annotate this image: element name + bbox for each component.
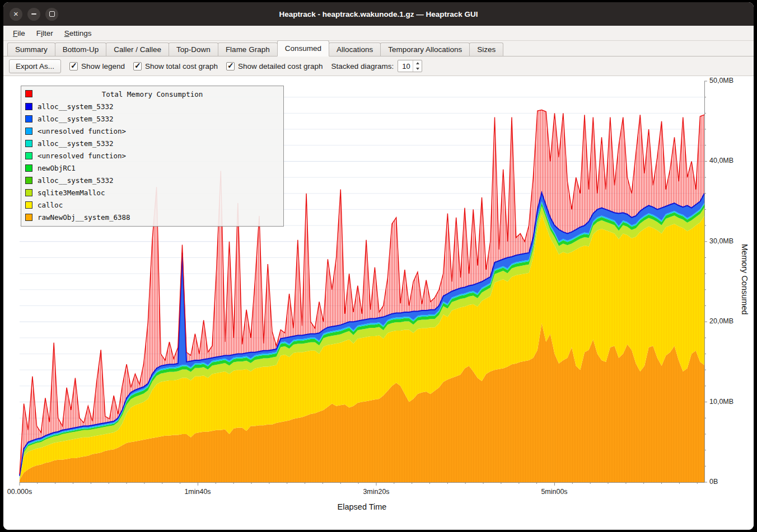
y-tick-label: 50,0MB — [709, 77, 733, 84]
checkbox-label: Show legend — [81, 62, 125, 70]
app-window: × Heaptrack - heaptrack.wakunode.1.gz — … — [3, 2, 754, 530]
show-detailed-cost-graph-checkbox[interactable]: Show detailed cost graph — [226, 62, 323, 70]
close-button[interactable]: × — [10, 8, 22, 21]
menu-settings[interactable]: Settings — [59, 27, 97, 39]
menu-filter[interactable]: Filter — [31, 27, 58, 39]
legend-item-label: <unresolved function> — [38, 152, 126, 160]
tab-bar: Summary Bottom-Up Caller / Callee Top-Do… — [3, 41, 754, 57]
spin-down-button[interactable] — [413, 66, 422, 72]
x-tick-label: 00.000s — [7, 488, 32, 496]
legend-item-label: alloc__system_5332 — [38, 115, 113, 123]
legend-swatch — [25, 140, 32, 147]
export-as-button[interactable]: Export As... — [9, 59, 61, 73]
legend-item: alloc__system_5332 — [21, 137, 283, 149]
legend-swatch — [25, 128, 32, 135]
y-axis-label: Memory Consumed — [740, 244, 749, 315]
y-tick-label: 10,0MB — [709, 398, 733, 406]
legend-item: <unresolved function> — [21, 149, 283, 162]
menu-file[interactable]: File — [8, 27, 30, 39]
tab-bottom-up[interactable]: Bottom-Up — [55, 43, 107, 56]
legend-item: alloc__system_5332 — [21, 100, 283, 112]
tab-caller-callee[interactable]: Caller / Callee — [106, 43, 169, 56]
tab-sizes[interactable]: Sizes — [469, 43, 503, 56]
legend-item: alloc__system_5332 — [21, 174, 283, 186]
tab-allocations[interactable]: Allocations — [329, 43, 381, 56]
legend-item: newObjRC1 — [21, 162, 283, 174]
menubar: File Filter Settings — [3, 26, 754, 41]
legend-item-label: newObjRC1 — [38, 164, 76, 172]
checkbox-label: Show detailed cost graph — [238, 62, 323, 70]
legend-item: calloc — [21, 199, 283, 211]
legend-swatch — [25, 152, 32, 159]
chart-legend: Total Memory Consumptionalloc__system_53… — [21, 86, 284, 227]
x-tick-label: 1min40s — [184, 488, 211, 496]
legend-item: <unresolved function> — [21, 125, 283, 137]
legend-item-label: calloc — [38, 201, 63, 209]
stacked-diagrams-label: Stacked diagrams: — [331, 62, 394, 70]
tab-consumed[interactable]: Consumed — [277, 40, 329, 57]
legend-item-label: alloc__system_5332 — [38, 139, 113, 148]
y-tick-label: 0B — [709, 478, 718, 486]
y-tick-label: 20,0MB — [709, 317, 733, 325]
legend-title: Total Memory Consumption — [21, 90, 283, 98]
legend-swatch — [25, 214, 32, 221]
maximize-icon — [49, 11, 55, 17]
legend-item-label: alloc__system_5332 — [38, 102, 113, 111]
maximize-button[interactable] — [45, 8, 58, 21]
legend-swatch — [25, 115, 32, 123]
checkbox-check-icon — [69, 62, 78, 70]
y-tick-label: 40,0MB — [709, 157, 733, 164]
chevron-up-icon — [416, 62, 419, 64]
legend-swatch — [25, 103, 32, 110]
toolbar: Export As... Show legend Show total cost… — [3, 57, 754, 76]
checkbox-check-icon — [133, 62, 142, 70]
show-legend-checkbox[interactable]: Show legend — [69, 62, 125, 70]
legend-swatch — [25, 189, 32, 196]
legend-item-label: sqlite3MemMalloc — [38, 189, 105, 197]
minimize-icon — [31, 13, 36, 15]
legend-item: alloc__system_5332 — [21, 112, 283, 125]
minimize-button[interactable] — [27, 8, 40, 21]
titlebar: × Heaptrack - heaptrack.wakunode.1.gz — … — [3, 2, 754, 26]
tab-top-down[interactable]: Top-Down — [169, 43, 218, 56]
legend-swatch — [25, 177, 32, 184]
chart-area: Total Memory Consumptionalloc__system_53… — [3, 76, 754, 530]
checkbox-label: Show total cost graph — [145, 62, 218, 70]
legend-swatch — [25, 164, 32, 172]
window-title: Heaptrack - heaptrack.wakunode.1.gz — He… — [3, 10, 754, 18]
legend-title-row: Total Memory Consumption — [21, 88, 283, 100]
checkbox-check-icon — [226, 62, 235, 70]
y-tick-label: 30,0MB — [709, 237, 733, 245]
spin-arrows — [413, 60, 422, 72]
tab-temporary-allocations[interactable]: Temporary Allocations — [380, 43, 470, 56]
stacked-diagrams-spinner[interactable]: 10 — [398, 60, 422, 72]
chevron-down-icon — [416, 68, 419, 70]
show-total-cost-graph-checkbox[interactable]: Show total cost graph — [133, 62, 218, 70]
legend-item: rawNewObj__system_6388 — [21, 211, 283, 223]
legend-item-label: alloc__system_5332 — [38, 176, 113, 185]
x-axis-label: Elapsed Time — [20, 502, 704, 511]
legend-swatch — [25, 90, 32, 97]
close-icon: × — [13, 10, 18, 18]
x-tick-label: 3min20s — [363, 488, 389, 496]
legend-item: sqlite3MemMalloc — [21, 186, 283, 199]
spin-value: 10 — [398, 60, 413, 72]
legend-item-label: <unresolved function> — [38, 127, 126, 135]
legend-item-label: rawNewObj__system_6388 — [38, 213, 130, 222]
legend-swatch — [25, 201, 32, 209]
spin-up-button[interactable] — [413, 60, 422, 66]
window-controls: × — [10, 2, 58, 26]
x-tick-label: 5min00s — [541, 488, 567, 496]
tab-flame-graph[interactable]: Flame Graph — [218, 43, 278, 56]
tab-summary[interactable]: Summary — [7, 43, 55, 56]
